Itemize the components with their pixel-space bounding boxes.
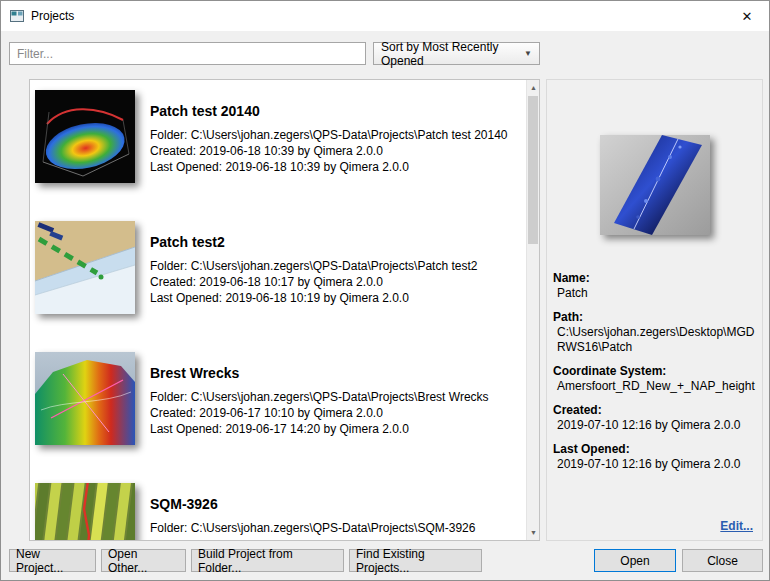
project-title: Patch test2 xyxy=(150,234,477,250)
project-thumbnail xyxy=(35,352,135,445)
project-info: Brest Wrecks Folder: C:\Users\johan.zege… xyxy=(150,352,489,483)
build-project-from-folder-button[interactable]: Build Project from Folder... xyxy=(191,549,344,572)
project-info: Patch test2 Folder: C:\Users\johan.zeger… xyxy=(150,221,477,352)
project-title: Brest Wrecks xyxy=(150,365,489,381)
close-button[interactable]: Close xyxy=(682,549,763,572)
project-folder: Folder: C:\Users\johan.zegers\QPS-Data\P… xyxy=(150,520,475,536)
project-title: Patch test 20140 xyxy=(150,103,508,119)
titlebar: Projects ✕ xyxy=(1,1,769,31)
open-other-button[interactable]: Open Other... xyxy=(101,549,186,572)
project-created: Created: 2019-06-17 10:10 by Qimera 2.0.… xyxy=(150,405,489,421)
project-folder: Folder: C:\Users\johan.zegers\QPS-Data\P… xyxy=(150,389,489,405)
detail-coordinate-system: Coordinate System: Amersfoort_RD_New_+_N… xyxy=(553,364,756,394)
chevron-down-icon: ▼ xyxy=(524,49,532,58)
project-folder: Folder: C:\Users\johan.zegers\QPS-Data\P… xyxy=(150,258,477,274)
filter-input[interactable] xyxy=(9,42,366,65)
created-label: Created: xyxy=(553,403,756,418)
details-panel: Name: Patch Path: C:\Users\johan.zegers\… xyxy=(546,79,763,541)
name-label: Name: xyxy=(553,271,756,286)
list-item[interactable]: SQM-3926 Folder: C:\Users\johan.zegers\Q… xyxy=(30,483,526,540)
selected-project-thumbnail xyxy=(600,135,710,235)
created-value: 2019-07-10 12:16 by Qimera 2.0.0 xyxy=(553,418,756,433)
project-folder: Folder: C:\Users\johan.zegers\QPS-Data\P… xyxy=(150,127,508,143)
path-value: C:\Users\johan.zegers\Desktop\MGD RWS16\… xyxy=(553,325,756,355)
close-icon[interactable]: ✕ xyxy=(725,1,769,31)
project-list: Patch test 20140 Folder: C:\Users\johan.… xyxy=(29,79,540,541)
project-thumbnail xyxy=(35,90,135,183)
path-label: Path: xyxy=(553,310,756,325)
name-value: Patch xyxy=(553,286,756,301)
coordinate-system-value: Amersfoort_RD_New_+_NAP_height xyxy=(553,379,756,394)
find-existing-projects-button[interactable]: Find Existing Projects... xyxy=(349,549,482,572)
project-info: SQM-3926 Folder: C:\Users\johan.zegers\Q… xyxy=(150,483,475,540)
new-project-button[interactable]: New Project... xyxy=(9,549,96,572)
list-item[interactable]: Brest Wrecks Folder: C:\Users\johan.zege… xyxy=(30,352,526,483)
project-created: Created: 2019-06-18 10:39 by Qimera 2.0.… xyxy=(150,143,508,159)
scrollbar[interactable]: ▲ ▼ xyxy=(526,80,539,540)
window-title: Projects xyxy=(31,9,74,23)
coordinate-system-label: Coordinate System: xyxy=(553,364,756,379)
sort-dropdown-label: Sort by Most Recently Opened xyxy=(381,40,518,68)
project-last-opened: Last Opened: 2019-06-17 14:20 by Qimera … xyxy=(150,421,489,437)
open-button[interactable]: Open xyxy=(594,549,676,572)
sort-dropdown[interactable]: Sort by Most Recently Opened ▼ xyxy=(373,42,540,65)
project-last-opened: Last Opened: 2019-06-18 10:19 by Qimera … xyxy=(150,290,477,306)
projects-dialog: Projects ✕ Sort by Most Recently Opened … xyxy=(0,0,770,581)
scroll-down-icon[interactable]: ▼ xyxy=(527,525,540,540)
list-item[interactable]: Patch test 20140 Folder: C:\Users\johan.… xyxy=(30,90,526,221)
project-info: Patch test 20140 Folder: C:\Users\johan.… xyxy=(150,90,508,221)
last-opened-value: 2019-07-10 12:16 by Qimera 2.0.0 xyxy=(553,457,756,472)
project-last-opened: Last Opened: 2019-06-18 10:39 by Qimera … xyxy=(150,159,508,175)
project-thumbnail xyxy=(35,221,135,314)
scrollbar-thumb[interactable] xyxy=(528,96,538,244)
list-item[interactable]: Patch test2 Folder: C:\Users\johan.zeger… xyxy=(30,221,526,352)
window-icon xyxy=(10,10,24,22)
project-list-items: Patch test 20140 Folder: C:\Users\johan.… xyxy=(30,80,526,540)
detail-created: Created: 2019-07-10 12:16 by Qimera 2.0.… xyxy=(553,403,756,433)
last-opened-label: Last Opened: xyxy=(553,442,756,457)
project-created: Created: 2019-06-18 10:17 by Qimera 2.0.… xyxy=(150,274,477,290)
detail-path: Path: C:\Users\johan.zegers\Desktop\MGD … xyxy=(553,310,756,355)
edit-link[interactable]: Edit... xyxy=(720,519,753,533)
scroll-up-icon[interactable]: ▲ xyxy=(527,80,540,95)
detail-last-opened: Last Opened: 2019-07-10 12:16 by Qimera … xyxy=(553,442,756,472)
detail-name: Name: Patch xyxy=(553,271,756,301)
project-title: SQM-3926 xyxy=(150,496,475,512)
project-thumbnail xyxy=(35,483,135,540)
